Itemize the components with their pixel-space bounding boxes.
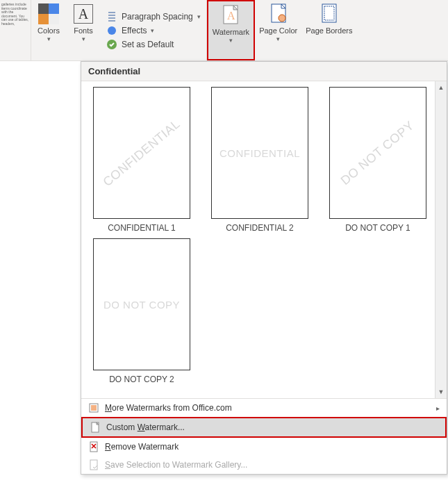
paragraph-spacing-icon: [106, 11, 117, 22]
page-borders-label: Page Borders: [306, 26, 352, 35]
watermark-icon: A: [219, 4, 242, 26]
menu-label: Custom Watermark...: [106, 422, 185, 432]
effects-button[interactable]: Effects ▾: [106, 25, 201, 36]
page-icon: [90, 422, 101, 433]
watermark-preview-text: CONFIDENTIAL: [219, 147, 300, 159]
page-borders-icon: [318, 3, 340, 25]
gallery-item-confidential-2[interactable]: CONFIDENTIAL CONFIDENTIAL 2: [208, 87, 312, 233]
page-color-label: Page Color: [259, 26, 297, 35]
watermark-dropdown: Confidential CONFIDENTIAL CONFIDENTIAL 1…: [81, 61, 447, 475]
svg-point-5: [279, 15, 285, 22]
menu-custom-watermark[interactable]: Custom Watermark...: [81, 417, 447, 438]
dropdown-caret-icon: ▾: [197, 13, 201, 20]
effects-label: Effects: [122, 26, 147, 35]
fonts-label: Fonts: [74, 26, 93, 35]
watermark-preview-text: DO NOT COPY: [338, 118, 417, 188]
fonts-icon: A: [72, 3, 94, 25]
ribbon-middle-group: Paragraph Spacing ▾ Effects ▾ Set as Def…: [101, 0, 206, 60]
menu-save-selection: Save Selection to Watermark Gallery...: [81, 456, 447, 474]
colors-label: Colors: [38, 26, 60, 35]
doc-preview-snippet: galleries include items coordinate with …: [0, 0, 31, 60]
office-icon: [88, 402, 99, 413]
svg-point-0: [108, 26, 116, 35]
watermark-label: Watermark: [213, 28, 249, 36]
svg-text:A: A: [227, 10, 235, 22]
paragraph-spacing-button[interactable]: Paragraph Spacing ▾: [106, 11, 201, 22]
page-color-icon: [267, 3, 290, 25]
watermark-preview-text: CONFIDENTIAL: [100, 117, 183, 190]
dropdown-caret-icon: ▾: [47, 35, 51, 42]
dropdown-caret-icon: ▾: [276, 35, 280, 42]
dropdown-section-header: Confidential: [81, 62, 447, 81]
page-borders-button[interactable]: Page Borders: [301, 0, 356, 60]
gallery-item-label: DO NOT COPY 2: [109, 375, 174, 384]
paragraph-spacing-label: Paragraph Spacing: [122, 12, 193, 22]
watermark-button[interactable]: A Watermark ▾: [207, 0, 255, 60]
gallery-item-do-not-copy-1[interactable]: DO NOT COPY DO NOT COPY 1: [326, 87, 430, 233]
menu-label: More Watermarks from Office.com: [105, 403, 232, 413]
dropdown-caret-icon: ▾: [82, 35, 85, 42]
gallery-item-label: CONFIDENTIAL 2: [226, 223, 294, 233]
save-gallery-icon: [88, 459, 99, 470]
checkmark-icon: [106, 39, 117, 50]
menu-more-watermarks[interactable]: More Watermarks from Office.com: [81, 399, 447, 417]
menu-label: Remove Watermark: [105, 442, 179, 452]
dropdown-menu-list: More Watermarks from Office.com Custom W…: [81, 398, 447, 474]
scroll-down-icon[interactable]: ▼: [435, 387, 447, 397]
watermark-preview-text: DO NOT COPY: [103, 299, 180, 311]
menu-label: Save Selection to Watermark Gallery...: [105, 460, 247, 470]
gallery-item-label: DO NOT COPY 1: [345, 223, 410, 233]
watermark-gallery: CONFIDENTIAL CONFIDENTIAL 1 CONFIDENTIAL…: [81, 81, 447, 398]
gallery-scrollbar[interactable]: ▲ ▼: [435, 81, 447, 398]
set-default-label: Set as Default: [122, 40, 174, 49]
remove-icon: [88, 441, 99, 452]
gallery-item-label: CONFIDENTIAL 1: [108, 223, 176, 233]
dropdown-caret-icon: ▾: [151, 27, 154, 34]
set-default-button[interactable]: Set as Default: [106, 39, 201, 50]
ribbon: galleries include items coordinate with …: [0, 0, 448, 61]
gallery-item-do-not-copy-2[interactable]: DO NOT COPY DO NOT COPY 2: [90, 238, 194, 384]
colors-button[interactable]: Colors ▾: [31, 0, 66, 60]
dropdown-caret-icon: ▾: [229, 37, 233, 44]
scroll-up-icon[interactable]: ▲: [435, 83, 447, 92]
effects-icon: [106, 25, 117, 36]
page-color-button[interactable]: Page Color ▾: [255, 0, 301, 60]
menu-remove-watermark[interactable]: Remove Watermark: [81, 438, 447, 456]
colors-icon: [38, 3, 60, 25]
svg-rect-9: [91, 405, 97, 411]
gallery-item-confidential-1[interactable]: CONFIDENTIAL CONFIDENTIAL 1: [90, 87, 194, 233]
fonts-button[interactable]: A Fonts ▾: [66, 0, 101, 60]
svg-rect-12: [90, 460, 97, 470]
